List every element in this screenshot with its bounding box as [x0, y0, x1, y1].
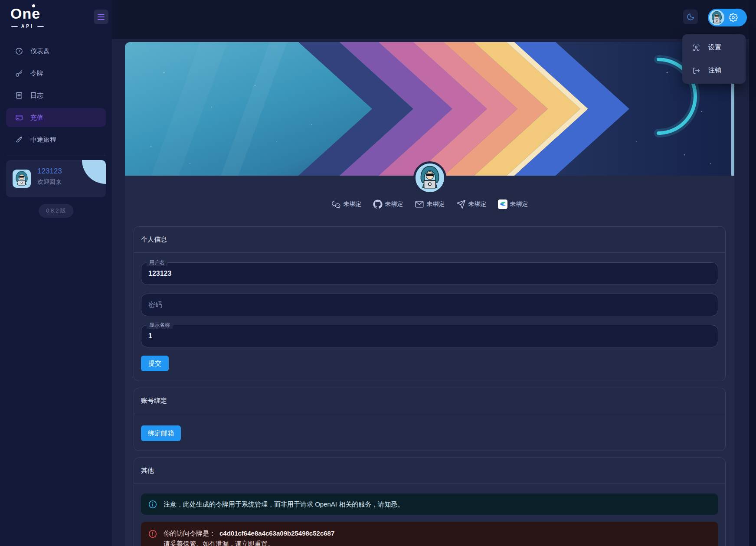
user-card-greeting: 欢迎回来 [37, 178, 62, 186]
log-icon [15, 91, 23, 100]
user-card-decoration [82, 160, 106, 184]
menu-item-logout[interactable]: 注销 [682, 59, 746, 82]
sidebar-item-label: 充值 [30, 114, 43, 122]
sidebar-item-midjourney[interactable]: 中途旅程 [6, 130, 106, 149]
sidebar-nav: 仪表盘 令牌 日志 充值 中途旅程 [6, 42, 106, 152]
binding-telegram[interactable]: 未绑定 [456, 199, 487, 209]
user-menu-button[interactable] [708, 9, 747, 26]
error-icon [148, 529, 157, 539]
user-avatar [413, 161, 446, 194]
main-panel: 未绑定 未绑定 未绑定 未绑定 未绑定 [125, 42, 734, 546]
brush-icon [15, 135, 23, 144]
user-card-username: 123123 [37, 167, 62, 176]
user-avatar [13, 170, 31, 188]
username-field-wrap: 用户名 [141, 262, 718, 285]
user-avatar [709, 10, 724, 25]
sidebar-user-card: 123123 欢迎回来 [6, 160, 106, 197]
hamburger-icon [98, 14, 105, 15]
other-card: 其他 注意，此处生成的令牌用于系统管理，而非用于请求 OpenAI 相关的服务，… [134, 458, 726, 546]
version-badge: 0.8.2 版 [39, 204, 73, 218]
menu-item-label: 注销 [708, 66, 721, 75]
binding-wechat[interactable]: 未绑定 [331, 199, 362, 209]
telegram-icon [456, 199, 466, 209]
credit-card-icon [15, 113, 23, 122]
logo-dot [32, 4, 35, 7]
user-dropdown-menu: 设置 注销 [682, 34, 746, 84]
app-logo-subtext: API [21, 24, 34, 29]
username-label: 用户名 [147, 259, 167, 266]
sidebar-item-label: 令牌 [30, 69, 43, 78]
binding-status-label: 未绑定 [385, 200, 403, 208]
binding-status-label: 未绑定 [510, 200, 528, 208]
theme-toggle-button[interactable] [683, 10, 698, 24]
access-token-alert: 你的访问令牌是：c4d01cf64e8a4c63a09b25498c52c687… [141, 522, 718, 546]
wechat-icon [331, 199, 341, 209]
key-icon [15, 69, 23, 78]
access-token-value: c4d01cf64e8a4c63a09b25498c52c687 [219, 530, 334, 537]
app-logo: One API [10, 3, 62, 29]
sidebar-item-logs[interactable]: 日志 [6, 86, 106, 105]
binding-lark[interactable]: 未绑定 [498, 199, 528, 209]
username-input[interactable] [141, 263, 718, 284]
other-card-title: 其他 [134, 458, 725, 484]
access-token-note: 请妥善保管。如有泄漏，请立即重置。 [164, 539, 334, 546]
binding-email[interactable]: 未绑定 [415, 199, 445, 209]
sidebar-divider [7, 155, 105, 155]
sidebar-item-tokens[interactable]: 令牌 [6, 64, 106, 83]
sidebar-item-label: 中途旅程 [30, 136, 56, 144]
binding-status-label: 未绑定 [344, 200, 362, 208]
display-name-input[interactable] [141, 325, 718, 347]
binding-status-label: 未绑定 [468, 200, 487, 208]
email-icon [415, 199, 424, 209]
sidebar-item-dashboard[interactable]: 仪表盘 [6, 42, 106, 61]
profile-card: 个人信息 用户名 显示名称 提交 [134, 226, 726, 381]
account-binding-card-title: 账号绑定 [134, 388, 725, 414]
submit-button[interactable]: 提交 [141, 356, 169, 371]
sidebar-item-label: 仪表盘 [30, 47, 50, 56]
sidebar-item-label: 日志 [30, 92, 43, 100]
gear-icon [729, 13, 738, 22]
scrollbar-track[interactable] [749, 0, 756, 546]
info-icon [148, 500, 157, 509]
access-token-prefix: 你的访问令牌是： [164, 530, 216, 537]
logo-dash [37, 26, 44, 27]
github-icon [373, 199, 383, 209]
gauge-icon [15, 47, 23, 56]
moon-icon [686, 13, 695, 21]
token-info-alert: 注意，此处生成的令牌用于系统管理，而非用于请求 OpenAI 相关的服务，请知悉… [141, 494, 718, 515]
password-input[interactable] [141, 294, 718, 316]
binding-github[interactable]: 未绑定 [373, 199, 403, 209]
menu-item-settings[interactable]: 设置 [682, 36, 746, 59]
access-token-text: 你的访问令牌是：c4d01cf64e8a4c63a09b25498c52c687… [164, 528, 334, 546]
sidebar: One API 仪表盘 令牌 日志 [0, 0, 112, 546]
profile-banner-image [125, 42, 734, 176]
app-logo-text: One [10, 3, 62, 23]
logout-icon [692, 66, 700, 75]
menu-toggle-button[interactable] [94, 10, 108, 24]
logo-dash [11, 26, 18, 27]
user-settings-icon [692, 43, 700, 52]
password-field-wrap [141, 294, 718, 316]
account-binding-card: 账号绑定 绑定邮箱 [134, 388, 726, 451]
lark-icon [498, 199, 507, 209]
bind-email-button[interactable]: 绑定邮箱 [141, 425, 181, 441]
sidebar-item-recharge[interactable]: 充值 [6, 108, 106, 127]
token-info-text: 注意，此处生成的令牌用于系统管理，而非用于请求 OpenAI 相关的服务，请知悉… [164, 499, 404, 509]
menu-item-label: 设置 [708, 43, 721, 52]
account-bindings-row: 未绑定 未绑定 未绑定 未绑定 未绑定 [125, 198, 734, 210]
binding-status-label: 未绑定 [427, 200, 445, 208]
display-name-label: 显示名称 [147, 321, 173, 329]
display-name-field-wrap: 显示名称 [141, 325, 718, 347]
profile-card-title: 个人信息 [134, 227, 725, 253]
